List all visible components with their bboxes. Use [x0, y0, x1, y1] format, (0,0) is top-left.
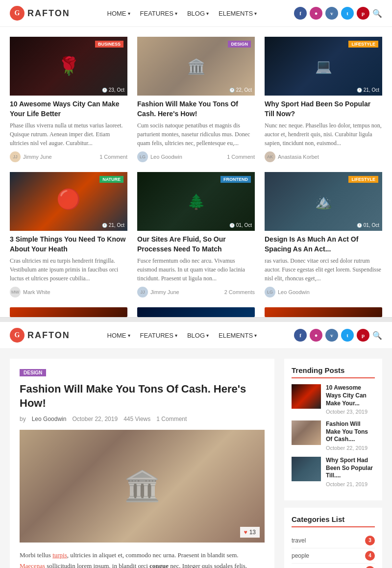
- article-card-5: 🌲 FRONTEND 01, Oct Our Sites Are Fluid, …: [137, 172, 255, 297]
- twitter-icon-2[interactable]: t: [341, 329, 354, 342]
- author-6: LG Leo Goodwin: [265, 287, 310, 297]
- article-date-4: 21, Oct: [102, 222, 124, 228]
- article-card-6: 🏔️ LIFESTYLE 01, Oct Design Is As Much A…: [265, 172, 382, 297]
- nav-home[interactable]: HOME: [107, 10, 130, 17]
- author-avatar-3: AK: [265, 151, 275, 162]
- section-divider: [0, 317, 392, 322]
- author-avatar-5: JJ: [137, 287, 148, 297]
- facebook-icon[interactable]: f: [294, 7, 307, 20]
- post-by: by: [20, 416, 26, 422]
- trending-item-1: 10 Awesome Ways City Can Make Your... Oc…: [292, 384, 375, 415]
- category-nature[interactable]: nature 4: [292, 564, 375, 568]
- logo-letter-2: G: [15, 331, 20, 339]
- article-image-4: 🔴 NATURE 21, Oct: [10, 172, 127, 231]
- instagram-icon-2[interactable]: ●: [310, 329, 322, 342]
- article-image-6: 🏔️ LIFESTYLE 01, Oct: [265, 172, 382, 231]
- nav-elements[interactable]: ELEMENTS: [219, 10, 257, 17]
- category-badge-6: LIFESTYLE: [348, 176, 378, 183]
- social-icons-2: f ● v t p 🔍: [294, 329, 382, 342]
- article-title-3[interactable]: Why Sport Had Been So Popular Till Now?: [265, 99, 382, 119]
- instagram-icon[interactable]: ●: [310, 7, 322, 20]
- link-maecenas[interactable]: Maecenas: [20, 562, 45, 568]
- logo-text-2: RAFTON: [27, 330, 70, 341]
- nav-blog[interactable]: BLOG: [187, 10, 209, 17]
- article-title-2[interactable]: Fashion Will Make You Tons Of Cash. Here…: [137, 99, 255, 119]
- trending-date-1: October 23, 2019: [326, 409, 375, 415]
- author-2: LG Leo Goodwin: [137, 151, 182, 162]
- article-grid: 🌹 BUSINESS 23, Oct 10 Awesome Ways City …: [0, 27, 392, 307]
- trending-title: Trending Posts: [292, 366, 375, 378]
- article-meta-3: AK Anastasia Korbet: [265, 151, 382, 162]
- top-navbar: G RAFTON HOME FEATURES BLOG ELEMENTS f ●…: [0, 0, 392, 27]
- category-badge-3: LIFESTYLE: [348, 41, 378, 48]
- category-count-travel: 3: [365, 536, 375, 545]
- search-icon-2[interactable]: 🔍: [372, 331, 382, 340]
- article-excerpt-2: Cum sociis natoque penatibus et magnis d…: [137, 121, 255, 148]
- article-title-1[interactable]: 10 Awesome Ways City Can Make Your Life …: [10, 99, 127, 119]
- article-card-3: 💻 LIFESTYLE 21, Oct Why Sport Had Been S…: [265, 37, 382, 162]
- author-avatar-1: JJ: [10, 151, 21, 162]
- author-avatar-4: MW: [10, 287, 21, 297]
- post-like[interactable]: ♥ 13: [240, 527, 260, 538]
- facebook-icon-2[interactable]: f: [294, 329, 307, 342]
- article-excerpt-6: ras varius. Donec vitae orci sed dolor r…: [265, 256, 382, 283]
- vk-icon-2[interactable]: v: [325, 329, 338, 342]
- author-name-3: Anastasia Korbet: [278, 154, 319, 160]
- category-count-nature: 4: [365, 566, 375, 568]
- trending-date-2: October 22, 2019: [326, 445, 375, 451]
- article-title-5[interactable]: Our Sites Are Fluid, So Our Processes Ne…: [137, 235, 255, 254]
- trending-img-2: [292, 420, 321, 445]
- twitter-icon[interactable]: t: [341, 7, 354, 20]
- post-featured-image: 🏛️ ♥ 13: [20, 430, 265, 543]
- article-date-6: 01, Oct: [357, 222, 379, 228]
- categories-section: Categories List travel 3 people 4 nature…: [284, 508, 382, 568]
- nav-elements-2[interactable]: ELEMENTS: [219, 332, 257, 339]
- logo[interactable]: G RAFTON: [10, 6, 70, 21]
- category-name-travel: travel: [292, 537, 306, 544]
- trending-post-title-3[interactable]: Why Sport Had Been So Popular Till....: [326, 457, 375, 480]
- pinterest-icon[interactable]: p: [357, 7, 369, 20]
- article-image-2: 🏛️ DESIGN 22, Oct: [137, 37, 255, 96]
- nav-features[interactable]: FEATURES: [140, 10, 177, 17]
- article-excerpt-5: Fusce fermentum odio nec arcu. Vivamus e…: [137, 256, 255, 283]
- article-title-4[interactable]: 3 Simple Things You Need To Know About Y…: [10, 235, 127, 254]
- article-excerpt-3: Nunc nec neque. Phasellus leo dolor, tem…: [265, 121, 382, 148]
- author-3: AK Anastasia Korbet: [265, 151, 319, 162]
- category-people[interactable]: people 4: [292, 548, 375, 564]
- nav-features-2[interactable]: FEATURES: [140, 332, 177, 339]
- post-body: Morbi tellus turpis, ultricies in alique…: [20, 550, 265, 568]
- author-4: MW Mark White: [10, 287, 50, 297]
- trending-info-1: 10 Awesome Ways City Can Make Your... Oc…: [326, 384, 375, 415]
- comments-5: 2 Comments: [224, 289, 255, 295]
- author-name-5: Jimmy June: [150, 289, 179, 295]
- article-card-1: 🌹 BUSINESS 23, Oct 10 Awesome Ways City …: [10, 37, 127, 162]
- post-date: October 22, 2019: [72, 416, 118, 422]
- article-card-4: 🔴 NATURE 21, Oct 3 Simple Things You Nee…: [10, 172, 127, 297]
- link-turpis[interactable]: turpis: [52, 551, 67, 559]
- article-excerpt-4: Cras ultricies mi eu turpis hendrerit fr…: [10, 256, 127, 283]
- article-meta-6: LG Leo Goodwin: [265, 287, 382, 297]
- article-card-2: 🏛️ DESIGN 22, Oct Fashion Will Make You …: [137, 37, 255, 162]
- post-author[interactable]: Leo Goodwin: [32, 416, 67, 422]
- category-travel[interactable]: travel 3: [292, 533, 375, 548]
- vk-icon[interactable]: v: [325, 7, 338, 20]
- article-meta-1: JJ Jimmy June 1 Comment: [10, 151, 127, 162]
- author-1: JJ Jimmy June: [10, 151, 52, 162]
- author-5: JJ Jimmy June: [137, 287, 179, 297]
- search-icon[interactable]: 🔍: [372, 9, 382, 18]
- trending-info-3: Why Sport Had Been So Popular Till.... O…: [326, 457, 375, 487]
- blog-section: DESIGN Fashion Will Make You Tons Of Cas…: [0, 349, 392, 568]
- pinterest-icon-2[interactable]: p: [357, 329, 369, 342]
- nav-home-2[interactable]: HOME: [107, 332, 130, 339]
- article-title-6[interactable]: Design Is As Much An Act Of Spacing As A…: [265, 235, 382, 254]
- category-badge-5: FRONTEND: [220, 176, 251, 183]
- trending-post-title-1[interactable]: 10 Awesome Ways City Can Make Your...: [326, 384, 375, 407]
- logo-2[interactable]: G RAFTON: [10, 328, 70, 343]
- article-image-5: 🌲 FRONTEND 01, Oct: [137, 172, 255, 231]
- categories-title: Categories List: [292, 515, 375, 527]
- post-title: Fashion Will Make You Tons Of Cash. Here…: [20, 382, 265, 410]
- logo-circle: G: [10, 6, 24, 21]
- nav-blog-2[interactable]: BLOG: [187, 332, 209, 339]
- trending-post-title-2[interactable]: Fashion Will Make You Tons Of Cash....: [326, 420, 375, 444]
- article-date-2: 22, Oct: [229, 87, 252, 93]
